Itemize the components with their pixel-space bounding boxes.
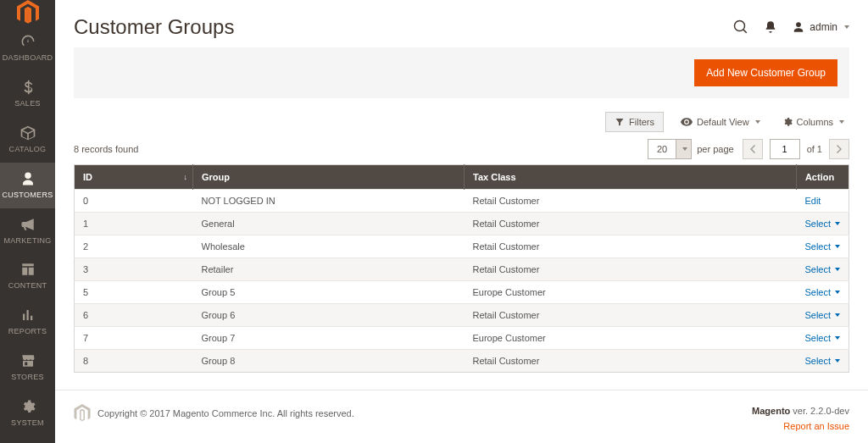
cell-action: Select <box>796 304 849 327</box>
gear-icon <box>20 397 36 416</box>
caret-down-icon <box>835 359 840 363</box>
box-icon <box>19 124 36 142</box>
sidebar-item-marketing[interactable]: MARKETING <box>0 208 55 254</box>
cell-tax-class: Retail Customer <box>465 235 797 258</box>
edit-action-link[interactable]: Edit <box>804 196 821 206</box>
cell-action: Select <box>796 213 849 235</box>
sidebar-item-catalog[interactable]: CATALOG <box>0 117 55 163</box>
report-issue-link[interactable]: Report an Issue <box>752 419 849 435</box>
cell-group: Wholesale <box>193 235 465 258</box>
page-title: Customer Groups <box>74 15 234 39</box>
add-customer-group-button[interactable]: Add New Customer Group <box>694 59 837 86</box>
magento-logo-icon <box>17 0 39 25</box>
cell-action: Select <box>796 350 849 373</box>
select-action-link[interactable]: Select <box>804 264 840 274</box>
cell-id: 6 <box>75 304 193 327</box>
caret-down-icon <box>839 120 844 124</box>
cell-action: Edit <box>796 190 849 213</box>
gauge-icon <box>19 32 36 51</box>
per-page-select[interactable]: 20 <box>648 139 692 159</box>
page-number-input[interactable] <box>770 139 800 159</box>
caret-down-icon <box>835 268 840 271</box>
sidebar-item-reports[interactable]: REPORTS <box>0 299 55 345</box>
megaphone-icon <box>19 215 36 234</box>
gear-icon <box>782 117 793 127</box>
cell-id: 2 <box>75 235 193 258</box>
default-view-button[interactable]: Default View <box>676 114 765 130</box>
sidebar-item-dashboard[interactable]: DASHBOARD <box>0 25 55 71</box>
column-header-group[interactable]: Group <box>193 165 465 190</box>
table-row: 0NOT LOGGED INRetail CustomerEdit <box>75 190 849 213</box>
per-page-dropdown-toggle[interactable] <box>676 140 691 158</box>
filters-label: Filters <box>629 117 654 127</box>
eye-icon <box>681 118 693 126</box>
admin-sidebar: DASHBOARDSALESCATALOGCUSTOMERSMARKETINGC… <box>0 0 55 443</box>
table-row: 3RetailerRetail CustomerSelect <box>75 258 849 281</box>
main-content: Customer Groups admin Add New Customer G… <box>55 0 868 443</box>
column-header-id[interactable]: ID ↓ <box>75 165 193 190</box>
sidebar-item-sales[interactable]: SALES <box>0 71 55 117</box>
select-action-link[interactable]: Select <box>804 241 840 252</box>
page-total-label: of 1 <box>807 144 822 154</box>
sidebar-item-customers[interactable]: CUSTOMERS <box>0 163 55 208</box>
columns-button[interactable]: Columns <box>777 114 849 130</box>
select-action-link[interactable]: Select <box>804 356 840 366</box>
sidebar-item-content[interactable]: CONTENT <box>0 253 55 299</box>
cell-action: Select <box>796 258 849 281</box>
cell-action: Select <box>796 327 849 350</box>
bell-icon <box>764 20 777 34</box>
column-header-action: Action <box>796 165 849 190</box>
user-icon <box>793 21 804 33</box>
chevron-right-icon <box>837 145 843 153</box>
caret-down-icon <box>844 25 849 29</box>
cell-group: NOT LOGGED IN <box>193 190 465 213</box>
caret-down-icon <box>835 313 840 317</box>
admin-user-menu[interactable]: admin <box>793 21 849 33</box>
footer-version: ver. 2.2.0-dev <box>790 406 849 416</box>
records-found: 8 records found <box>74 144 138 154</box>
cell-tax-class: Europe Customer <box>465 281 797 304</box>
select-action-link[interactable]: Select <box>804 333 840 343</box>
cell-tax-class: Retail Customer <box>465 190 797 213</box>
sidebar-item-label: CUSTOMERS <box>2 191 53 200</box>
sidebar-item-stores[interactable]: STORES <box>0 345 55 390</box>
cell-group: General <box>193 213 465 235</box>
page-footer: Copyright © 2017 Magento Commerce Inc. A… <box>55 390 868 443</box>
filters-button[interactable]: Filters <box>605 112 664 132</box>
person-icon <box>20 169 36 188</box>
search-button[interactable] <box>733 19 748 35</box>
sidebar-item-label: CATALOG <box>9 146 47 154</box>
caret-down-icon <box>835 291 840 294</box>
prev-page-button[interactable] <box>743 139 763 159</box>
header-tools: admin <box>733 19 849 35</box>
sidebar-item-label: SYSTEM <box>11 419 44 428</box>
store-icon <box>19 352 36 370</box>
chevron-left-icon <box>749 145 755 153</box>
per-page-control: 20 per page <box>648 139 734 159</box>
notifications-button[interactable] <box>764 20 777 34</box>
column-header-tax-class[interactable]: Tax Class <box>465 165 797 190</box>
sidebar-item-system[interactable]: SYSTEM <box>0 390 55 436</box>
default-view-label: Default View <box>697 117 749 127</box>
cell-tax-class: Retail Customer <box>465 350 797 373</box>
columns-label: Columns <box>797 117 833 127</box>
magento-logo[interactable] <box>0 0 55 25</box>
customer-groups-table: ID ↓ Group Tax Class Action 0NOT LOGGED … <box>74 164 849 373</box>
cell-tax-class: Retail Customer <box>465 304 797 327</box>
grid-controls: Filters Default View Columns <box>74 112 849 132</box>
cell-group: Group 5 <box>193 281 465 304</box>
select-action-link[interactable]: Select <box>804 287 840 297</box>
sidebar-item-label: REPORTS <box>8 328 47 336</box>
copyright-text: Copyright © 2017 Magento Commerce Inc. A… <box>97 408 354 418</box>
sidebar-item-label: CONTENT <box>8 282 47 291</box>
magento-logo-icon <box>74 404 91 423</box>
cell-id: 8 <box>75 350 193 373</box>
select-action-link[interactable]: Select <box>804 310 840 320</box>
sidebar-item-find-partners-extensions[interactable]: FIND PARTNERS & EXTENSIONS <box>0 436 55 443</box>
cell-id: 7 <box>75 327 193 350</box>
layout-icon <box>20 260 36 279</box>
select-action-link[interactable]: Select <box>804 219 840 229</box>
sort-arrow-icon: ↓ <box>184 173 188 181</box>
cell-action: Select <box>796 281 849 304</box>
next-page-button[interactable] <box>829 139 849 159</box>
